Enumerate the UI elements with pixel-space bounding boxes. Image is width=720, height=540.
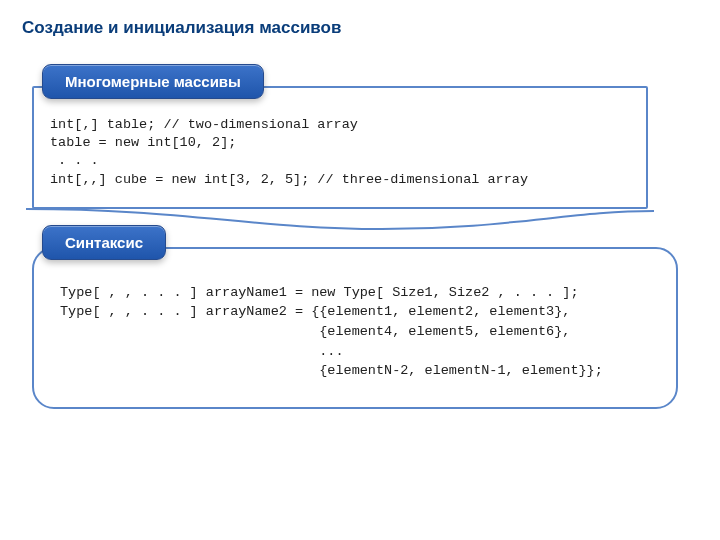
section-heading-multidim: Многомерные массивы	[42, 64, 264, 99]
section-syntax: Синтаксис Type[ , , . . . ] arrayName1 =…	[22, 247, 698, 409]
code-block-multidim: int[,] table; // two-dimensional array t…	[32, 86, 648, 209]
page-title: Создание и инициализация массивов	[22, 18, 698, 38]
section-heading-syntax: Синтаксис	[42, 225, 166, 260]
code-block-syntax: Type[ , , . . . ] arrayName1 = new Type[…	[32, 247, 678, 409]
section-multidim: Многомерные массивы int[,] table; // two…	[22, 86, 698, 209]
